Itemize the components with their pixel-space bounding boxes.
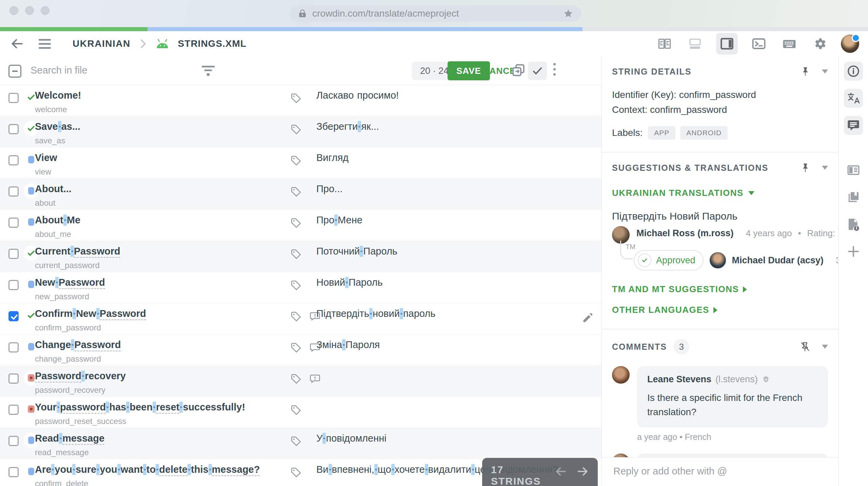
filter-icon[interactable]: [202, 66, 215, 76]
identifier-line: Identifier (Key): confirm_password: [612, 87, 828, 102]
string-row[interactable]: Confirm New Password confirm_password Пі…: [0, 303, 601, 335]
string-row[interactable]: Welcome! welcome Ласкаво просимо!: [0, 85, 601, 116]
bookmark-star-icon[interactable]: [563, 8, 573, 19]
breadcrumb-file[interactable]: STRINGS.XML: [178, 38, 246, 49]
other-languages-link[interactable]: OTHER LANGUAGES: [612, 305, 828, 315]
row-checkbox[interactable]: [8, 311, 19, 321]
approve-icon[interactable]: [528, 62, 547, 80]
string-key: password_recovery: [35, 385, 105, 395]
translation-text: Поточний Пароль: [316, 246, 397, 257]
window-zoom-button[interactable]: [41, 6, 50, 15]
ukrainian-translations-toggle[interactable]: UKRAINIAN TRANSLATIONS: [612, 188, 828, 198]
string-row[interactable]: Current Password current_password Поточн…: [0, 241, 601, 272]
back-arrow-icon[interactable]: [10, 37, 24, 50]
string-key: new_password: [35, 292, 89, 301]
progress-approved-segment: [147, 27, 583, 31]
source-text: Welcome!: [35, 90, 81, 101]
chevron-down-icon[interactable]: [822, 69, 828, 74]
string-row[interactable]: Save as... save_as Зберегти як...: [0, 116, 601, 147]
row-icons: [290, 404, 302, 416]
more-icon[interactable]: [553, 63, 556, 76]
string-row[interactable]: Password recovery password_recovery: [0, 366, 601, 397]
split-view-icon[interactable]: [655, 34, 674, 53]
avatar[interactable]: [710, 252, 726, 268]
row-checkbox[interactable]: [8, 467, 19, 477]
translation-text: Ласкаво просимо!: [316, 90, 399, 101]
approved-check-icon: [638, 254, 651, 267]
avatar[interactable]: [612, 366, 630, 384]
chevron-down-icon[interactable]: [822, 345, 828, 349]
source-text: Are you sure you want to delete this mes…: [35, 464, 260, 475]
translation-text: Новий Пароль: [316, 277, 383, 288]
labels-caption: Labels:: [612, 127, 643, 138]
search-input[interactable]: Search in file: [31, 65, 87, 76]
progress-translated-segment: [0, 27, 147, 31]
tm-mt-suggestions-link[interactable]: TM AND MT SUGGESTIONS: [612, 284, 828, 295]
row-checkbox[interactable]: [8, 405, 19, 415]
menu-icon[interactable]: [39, 39, 51, 49]
crowdin-editor-window: crowdin.com/translate/acmeproject UKRAIN…: [0, 0, 868, 486]
source-text: Your password has been reset successfull…: [35, 402, 245, 413]
side-panel-view-icon[interactable]: [716, 33, 738, 55]
row-checkbox[interactable]: [8, 342, 19, 352]
row-checkbox[interactable]: [8, 93, 19, 103]
window-minimize-button[interactable]: [25, 6, 34, 15]
string-row[interactable]: About... about Про...: [0, 179, 601, 210]
approver-name[interactable]: Michael Dudar (acsy): [732, 255, 824, 266]
breadcrumb-language[interactable]: UKRAINIAN: [73, 38, 131, 49]
comment-meta: a year ago • French: [637, 432, 828, 442]
pin-icon[interactable]: [800, 162, 810, 174]
row-checkbox[interactable]: [8, 155, 19, 165]
string-row[interactable]: Your password has been reset successfull…: [0, 397, 601, 428]
window-controls[interactable]: [9, 6, 50, 15]
file-info-tab-icon[interactable]: [844, 215, 863, 234]
user-avatar[interactable]: [841, 35, 859, 53]
row-checkbox[interactable]: [8, 186, 19, 197]
row-checkbox[interactable]: [8, 280, 19, 290]
author-name[interactable]: Michael Ross (m.ross): [636, 228, 734, 239]
edit-icon[interactable]: [582, 311, 594, 324]
next-string-icon[interactable]: [577, 464, 589, 479]
string-row[interactable]: Read message read_message У повідомленні: [0, 428, 601, 459]
unpin-icon[interactable]: [800, 341, 810, 352]
sidebar-rail: [839, 56, 868, 486]
address-bar[interactable]: crowdin.com/translate/acmeproject: [290, 5, 581, 22]
reply-input[interactable]: Reply or add other with @: [602, 457, 838, 486]
suggestions-section: SUGGESTIONS & TRANSLATIONS UKRAINIAN TRA…: [602, 153, 838, 329]
verified-shield-icon: [762, 375, 770, 384]
comments-tab-icon[interactable]: [844, 116, 863, 135]
string-row[interactable]: New Password new_password Новий Пароль: [0, 272, 601, 303]
select-all-checkbox[interactable]: [8, 65, 21, 78]
pin-icon[interactable]: [800, 66, 810, 77]
add-tab-icon[interactable]: [844, 242, 863, 261]
comment-author[interactable]: Leane Stevens: [647, 374, 711, 385]
suggestion-translation[interactable]: Підтвердіть Новий Пароль: [612, 210, 828, 222]
context-tab-icon[interactable]: [844, 161, 863, 180]
string-row[interactable]: View view Вигляд: [0, 147, 601, 179]
row-checkbox[interactable]: [8, 373, 19, 384]
string-row[interactable]: About Me about_me Про Мене: [0, 210, 601, 241]
copy-source-icon[interactable]: [511, 63, 526, 77]
comment-handle: (l.stevens): [715, 374, 758, 385]
string-key: change_password: [35, 354, 101, 364]
previous-string-icon[interactable]: [555, 464, 567, 479]
console-icon[interactable]: [749, 34, 768, 53]
keyboard-icon[interactable]: [780, 34, 799, 53]
settings-icon[interactable]: [810, 34, 829, 53]
bottom-panel-view-icon[interactable]: [686, 34, 705, 53]
chevron-down-icon[interactable]: [822, 166, 828, 170]
row-icons: [290, 124, 302, 135]
comments-title: COMMENTS: [612, 342, 667, 352]
row-checkbox[interactable]: [8, 218, 19, 228]
approved-badge: Approved: [634, 250, 704, 270]
row-checkbox[interactable]: [8, 249, 19, 259]
window-close-button[interactable]: [9, 6, 18, 15]
row-checkbox[interactable]: [8, 436, 19, 446]
suggestion-author-row: TM Michael Ross (m.ross) 4 years ago • R…: [612, 228, 828, 239]
glossary-tab-icon[interactable]: [844, 188, 863, 207]
info-tab-icon[interactable]: [844, 62, 863, 81]
comment-bubble: Leane Stevens (l.stevens) Is there a spe…: [637, 366, 828, 427]
row-checkbox[interactable]: [8, 124, 19, 134]
translations-tab-icon[interactable]: [844, 89, 863, 108]
string-row[interactable]: Change Password change_password Зміна Па…: [0, 335, 601, 366]
